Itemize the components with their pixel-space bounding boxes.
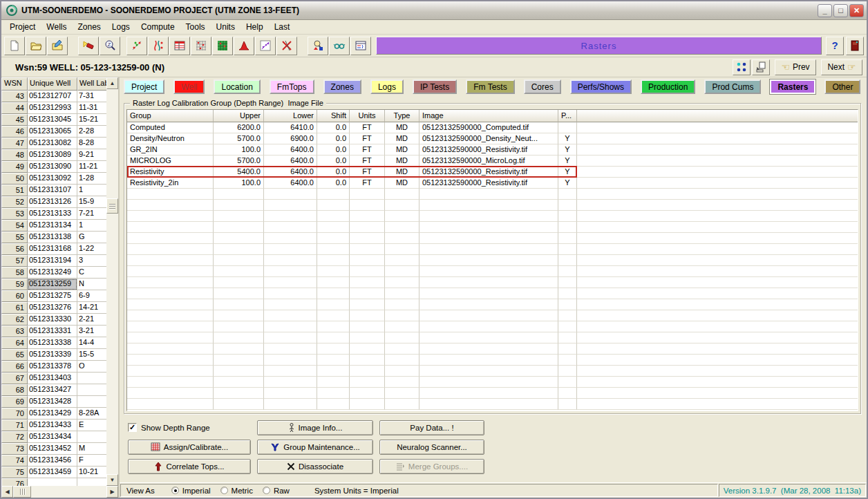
wsn-cell[interactable]: 50 [1, 173, 28, 185]
image-info-button[interactable]: Image Info... [257, 420, 373, 435]
unique-well-cell[interactable]: 0512313092 [28, 173, 77, 185]
well-list-vscrollbar[interactable]: ▲ ▼ [106, 77, 118, 486]
menu-units[interactable]: Units [211, 21, 240, 33]
column-header-lower[interactable]: Lower [264, 110, 317, 122]
unique-well-cell[interactable]: 0512313090 [28, 161, 77, 173]
column-header-p-[interactable]: P... [558, 110, 577, 122]
grid-posting-button[interactable] [191, 37, 211, 55]
open-project-button[interactable] [26, 37, 46, 55]
column-header-image[interactable]: Image [419, 110, 558, 122]
tab-ip-tests[interactable]: IP Tests [413, 79, 457, 94]
wsn-cell[interactable]: 75 [1, 467, 28, 478]
close-button[interactable]: ✕ [849, 4, 864, 17]
neuralog-scanner-button[interactable]: Neuralog Scanner... [379, 440, 484, 455]
well-label-cell[interactable]: C [77, 267, 106, 279]
prev-well-button[interactable]: ☜Prev [775, 59, 816, 75]
tab-location[interactable]: Location [214, 79, 260, 94]
zoom-button[interactable]: Z [100, 37, 120, 55]
unique-well-cell[interactable]: 0512313456 [28, 455, 77, 467]
unique-well-cell[interactable]: 0512313194 [28, 255, 77, 267]
well-label-cell[interactable]: 1 [77, 220, 106, 232]
well-label-cell[interactable]: 14-21 [77, 302, 106, 314]
well-label-cell[interactable]: 9-21 [77, 149, 106, 161]
wsn-cell[interactable]: 59 [1, 279, 28, 290]
data-table-button[interactable] [169, 37, 190, 55]
unique-well-cell[interactable]: 0512313452 [28, 443, 77, 455]
unique-well-cell[interactable]: 0512313433 [28, 420, 77, 431]
wsn-cell[interactable]: 67 [1, 373, 28, 384]
well-label-cell[interactable] [77, 431, 106, 443]
wsn-cell[interactable]: 62 [1, 314, 28, 326]
well-label-cell[interactable]: 8-28A [77, 408, 106, 420]
unique-well-cell[interactable]: 0512313378 [28, 361, 77, 373]
well-label-cell[interactable]: 7-31 [77, 91, 106, 102]
wsn-cell[interactable]: 61 [1, 302, 28, 314]
next-well-button[interactable]: Next☞ [821, 59, 862, 75]
grid-map-button[interactable] [212, 37, 233, 55]
unique-well-cell[interactable]: 0512313089 [28, 149, 77, 161]
unique-well-cell[interactable]: 0512313276 [28, 302, 77, 314]
radio-metric[interactable]: Metric [220, 487, 253, 495]
wsn-cell[interactable]: 53 [1, 208, 28, 220]
tab-zones[interactable]: Zones [323, 79, 361, 94]
merge-groups-button[interactable]: Merge Groups.... [379, 459, 484, 474]
wsn-cell[interactable]: 48 [1, 149, 28, 161]
unique-well-cell[interactable]: 0512313134 [28, 220, 77, 232]
tab-perfs-shows[interactable]: Perfs/Shows [570, 79, 632, 94]
unique-well-cell[interactable]: 0512312707 [28, 91, 77, 102]
menu-compute[interactable]: Compute [135, 21, 180, 33]
wsn-cell[interactable]: 57 [1, 255, 28, 267]
import-project-button[interactable] [47, 37, 68, 55]
pay-data-button[interactable]: Pay Data... ! [379, 420, 484, 435]
well-label-cell[interactable]: N [77, 279, 106, 290]
wsn-cell[interactable]: 70 [1, 408, 28, 420]
correlate-tops-button[interactable]: Correlate Tops... [128, 459, 251, 474]
crossplot-button[interactable] [126, 37, 147, 55]
well-list-hscrollbar[interactable]: ◀ ▶ [1, 486, 118, 498]
unique-well-cell[interactable]: 0512313459 [28, 467, 77, 478]
column-header-shift[interactable]: Shift [317, 110, 350, 122]
column-header-units[interactable]: Units [350, 110, 385, 122]
tab-prod-cums[interactable]: Prod Cums [704, 79, 761, 94]
menu-last[interactable]: Last [269, 21, 296, 33]
tab-cores[interactable]: Cores [524, 79, 561, 94]
wsn-cell[interactable]: 65 [1, 349, 28, 361]
assign-calibrate-button[interactable]: Assign/Calibrate... [128, 440, 251, 455]
show-depth-range-checkbox[interactable]: ✓ Show Depth Range [128, 423, 251, 432]
remove-plot-button[interactable] [276, 37, 297, 55]
well-label-cell[interactable] [77, 373, 106, 384]
well-label-cell[interactable]: 3 [77, 255, 106, 267]
well-label-cell[interactable]: 1 [77, 185, 106, 196]
wsn-cell[interactable]: 64 [1, 337, 28, 349]
unique-well-cell[interactable]: 0512313339 [28, 349, 77, 361]
browse-glasses-button[interactable] [329, 37, 350, 55]
radio-dot-icon[interactable] [263, 487, 270, 494]
well-label-cell[interactable] [77, 478, 106, 486]
column-header-upper[interactable]: Upper [214, 110, 264, 122]
unique-well-cell[interactable]: 0512312993 [28, 102, 77, 114]
column-header-type[interactable]: Type [385, 110, 419, 122]
scroll-right-icon[interactable]: ▶ [106, 486, 118, 498]
radio-dot-icon[interactable] [220, 487, 228, 494]
wsn-cell[interactable]: 43 [1, 91, 28, 102]
wsn-cell[interactable]: 54 [1, 220, 28, 232]
well-label-cell[interactable]: 7-21 [77, 208, 106, 220]
raster-row[interactable]: Density/Neutron5700.06900.00.0FTMD051231… [127, 133, 858, 144]
unique-well-cell[interactable]: 0512313338 [28, 337, 77, 349]
well-label-cell[interactable]: 8-28 [77, 138, 106, 149]
wsn-cell[interactable]: 51 [1, 185, 28, 196]
unique-well-cell[interactable]: 0512313259 [28, 279, 77, 290]
tab-well[interactable]: Well [173, 79, 205, 94]
wsn-cell[interactable]: 66 [1, 361, 28, 373]
unique-well-cell[interactable]: 0512313082 [28, 138, 77, 149]
unique-well-cell[interactable] [28, 478, 77, 486]
scroll-up-icon[interactable]: ▲ [106, 77, 118, 89]
help-button[interactable]: ? [826, 37, 844, 55]
menu-logs[interactable]: Logs [106, 21, 135, 33]
wsn-cell[interactable]: 47 [1, 138, 28, 149]
wsn-cell[interactable]: 60 [1, 290, 28, 302]
raster-row[interactable]: Resistivity5400.06400.00.0FTMD0512313259… [127, 167, 858, 178]
unique-well-cell[interactable]: 0512313045 [28, 114, 77, 126]
well-label-cell[interactable]: M [77, 443, 106, 455]
menu-help[interactable]: Help [240, 21, 269, 33]
